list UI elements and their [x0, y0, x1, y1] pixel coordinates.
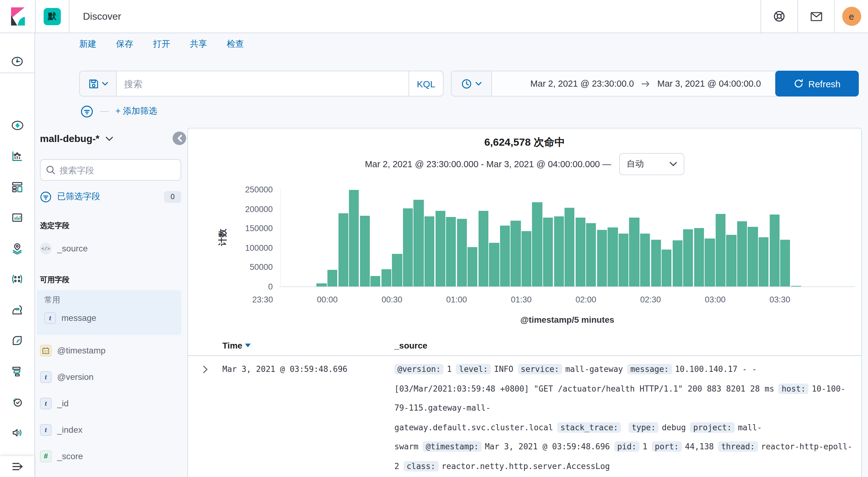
- open-button[interactable]: 打开: [153, 39, 170, 50]
- kql-button[interactable]: KQL: [408, 71, 443, 96]
- histogram-bar[interactable]: [661, 249, 672, 287]
- histogram-bar[interactable]: [370, 276, 380, 287]
- selected-fields-heading: 选定字段: [40, 221, 181, 231]
- help-icon[interactable]: [761, 0, 797, 33]
- expand-row-icon[interactable]: [188, 360, 222, 476]
- search-input[interactable]: [117, 71, 408, 96]
- newsfeed-icon[interactable]: [798, 0, 834, 33]
- histogram-bar[interactable]: [629, 218, 640, 287]
- filter-circle-icon[interactable]: [81, 105, 93, 118]
- collapse-sidebar-button[interactable]: [173, 131, 186, 145]
- histogram-bar[interactable]: [597, 230, 607, 287]
- histogram-bar[interactable]: [608, 228, 618, 287]
- field-item-@version[interactable]: t@version: [40, 366, 181, 387]
- histogram-bar[interactable]: [381, 269, 392, 287]
- calendar-icon: [40, 345, 52, 356]
- histogram-bar[interactable]: [403, 208, 413, 287]
- new-button[interactable]: 新建: [79, 39, 96, 50]
- x-axis-line: [280, 287, 855, 287]
- maps-icon[interactable]: [0, 236, 34, 261]
- histogram-bar[interactable]: [694, 228, 704, 287]
- space-avatar[interactable]: 默: [43, 8, 61, 25]
- histogram-bar[interactable]: [360, 216, 370, 287]
- histogram-bar[interactable]: [392, 254, 402, 287]
- field-item-_type[interactable]: t_type: [40, 472, 181, 477]
- apm-icon[interactable]: [0, 359, 34, 384]
- histogram-bar[interactable]: [619, 234, 629, 287]
- field-search-input[interactable]: [60, 165, 175, 175]
- histogram-bar[interactable]: [543, 217, 553, 287]
- field-item-message[interactable]: tmessage: [44, 307, 178, 328]
- text-field-icon: t: [40, 424, 52, 436]
- histogram-bar[interactable]: [500, 226, 510, 287]
- inspect-button[interactable]: 检查: [227, 39, 244, 50]
- histogram-bar[interactable]: [586, 223, 596, 287]
- code-source-icon: </>: [40, 242, 52, 254]
- field-item-_score[interactable]: #_score: [40, 446, 181, 467]
- histogram-bar[interactable]: [435, 211, 445, 287]
- enterprise-search-icon[interactable]: [0, 298, 34, 322]
- discover-icon[interactable]: [0, 113, 34, 138]
- histogram-bar[interactable]: [425, 217, 435, 287]
- histogram-bar[interactable]: [651, 240, 661, 287]
- histogram-bar[interactable]: [769, 215, 779, 287]
- histogram-bar[interactable]: [328, 270, 338, 287]
- date-quick-menu-button[interactable]: [452, 71, 492, 96]
- histogram-bar[interactable]: [511, 221, 521, 287]
- histogram-bar[interactable]: [446, 217, 456, 287]
- field-label: _score: [57, 451, 83, 461]
- histogram-bar[interactable]: [716, 214, 726, 287]
- filtered-fields-toggle[interactable]: 已筛选字段 0: [40, 189, 181, 205]
- add-filter-button[interactable]: + 添加筛选: [116, 106, 157, 117]
- histogram-bar[interactable]: [758, 238, 769, 287]
- histogram-bar[interactable]: [683, 230, 693, 287]
- histogram-bar[interactable]: [640, 234, 650, 287]
- histogram-bar[interactable]: [522, 232, 532, 287]
- refresh-button[interactable]: Refresh: [775, 71, 859, 96]
- histogram-bar[interactable]: [489, 243, 499, 287]
- date-to[interactable]: Mar 3, 2021 @ 04:00:00.0: [657, 79, 761, 89]
- histogram-bar[interactable]: [349, 190, 359, 287]
- time-column-header[interactable]: Time: [222, 340, 394, 350]
- histogram-bar[interactable]: [737, 221, 747, 287]
- uptime-icon[interactable]: [0, 390, 34, 414]
- field-item-_index[interactable]: t_index: [40, 419, 181, 440]
- histogram-bar[interactable]: [672, 240, 682, 287]
- histogram-bar[interactable]: [532, 202, 542, 287]
- recently-viewed-icon[interactable]: [0, 49, 34, 74]
- filter-divider: [100, 111, 109, 112]
- field-item-@timestamp[interactable]: @timestamp: [40, 340, 181, 361]
- logs-icon[interactable]: [0, 328, 34, 353]
- histogram-bar[interactable]: [338, 213, 348, 287]
- histogram-bar[interactable]: [780, 239, 790, 287]
- histogram-bar[interactable]: [748, 227, 758, 287]
- histogram-bar[interactable]: [467, 247, 477, 287]
- field-item-_id[interactable]: t_id: [40, 393, 181, 414]
- histogram-bar[interactable]: [554, 217, 564, 287]
- histogram-bar[interactable]: [575, 218, 585, 287]
- field-item-_source[interactable]: </>_source: [40, 238, 181, 259]
- histogram-bar[interactable]: [705, 239, 715, 287]
- field-value: mall-gateway: [565, 364, 623, 374]
- date-from[interactable]: Mar 2, 2021 @ 23:30:00.0: [530, 79, 634, 89]
- y-tick-label: 100000: [224, 243, 273, 252]
- metrics-icon[interactable]: [0, 420, 34, 445]
- histogram-bar[interactable]: [726, 235, 737, 287]
- histogram-bar[interactable]: [457, 219, 467, 287]
- x-axis-label: @timestamp/5 minutes: [280, 315, 855, 325]
- machine-learning-icon[interactable]: [0, 267, 34, 291]
- histogram-bar[interactable]: [478, 211, 488, 287]
- share-button[interactable]: 共享: [190, 39, 207, 50]
- visualize-icon[interactable]: [0, 144, 34, 169]
- dashboard-icon[interactable]: [0, 175, 34, 199]
- index-pattern-switcher[interactable]: mall-debug-*: [40, 129, 181, 149]
- histogram-bar[interactable]: [564, 208, 575, 287]
- kibana-logo[interactable]: [0, 0, 35, 33]
- save-button[interactable]: 保存: [116, 39, 133, 50]
- dock-navigation-icon[interactable]: [0, 456, 34, 477]
- interval-select[interactable]: 自动: [619, 153, 684, 175]
- saved-query-menu-button[interactable]: [80, 71, 117, 96]
- histogram-bar[interactable]: [414, 200, 424, 287]
- canvas-icon[interactable]: [0, 205, 34, 230]
- user-avatar[interactable]: e: [842, 7, 861, 26]
